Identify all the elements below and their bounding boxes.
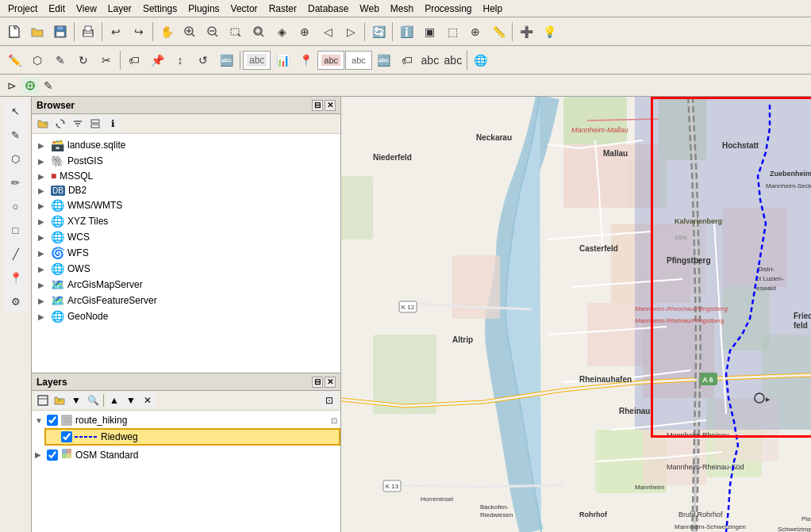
rotate-button[interactable]: ↻ — [72, 49, 94, 71]
menu-raster[interactable]: Raster — [264, 2, 302, 16]
menu-database[interactable]: Database — [303, 2, 353, 16]
browser-refresh-button[interactable] — [52, 116, 68, 132]
attr-tool[interactable]: ⚙ — [5, 290, 27, 312]
layer-osm[interactable]: ▶ OSM Standard — [32, 446, 340, 464]
pin-tool[interactable]: 📍 — [5, 266, 27, 289]
pan-to-selection-button[interactable]: ⊕ — [464, 21, 486, 43]
layer-visible-route[interactable] — [47, 415, 58, 426]
tree-item-db2[interactable]: ▶ DB DB2 — [32, 183, 340, 197]
tree-item-wms[interactable]: ▶ 🌐 WMS/WMTS — [32, 197, 340, 213]
menu-view[interactable]: View — [71, 2, 102, 16]
layers-add-button[interactable]: + — [52, 392, 67, 408]
line-tool[interactable]: ╱ — [5, 243, 27, 265]
layer-visible-osm[interactable] — [47, 450, 58, 461]
browser-new-folder-button[interactable]: + — [35, 116, 51, 132]
tree-item-postgis[interactable]: ▶ 🐘 PostGIS — [32, 153, 340, 169]
refresh-button[interactable]: 🔄 — [367, 21, 390, 43]
undo-button[interactable]: ↩ — [105, 21, 127, 43]
zoom-full-button[interactable] — [248, 21, 270, 43]
layer-route-hiking[interactable]: ▼ route_hiking ⊡ — [32, 412, 340, 428]
save-project-button[interactable] — [49, 21, 71, 43]
node-tool-button[interactable]: ⬡ — [26, 49, 48, 71]
tree-item-arcgismap[interactable]: ▶ 🗺️ ArcGisMapServer — [32, 277, 340, 293]
zoom-out-button[interactable] — [202, 21, 224, 43]
menu-vector[interactable]: Vector — [226, 2, 263, 16]
pointer-tool[interactable]: ↖ — [5, 100, 27, 122]
deselect-button[interactable]: ⬚ — [441, 21, 463, 43]
layer-visible-riedweg[interactable] — [61, 431, 72, 442]
redo-button[interactable]: ↪ — [128, 21, 150, 43]
edit-tool[interactable]: ✎ — [5, 124, 27, 146]
pan-map-button[interactable]: ✋ — [156, 21, 178, 43]
change-label-button[interactable]: 🔤 — [215, 49, 237, 71]
browser-properties-button[interactable]: ℹ — [105, 116, 121, 132]
label-tool-button[interactable]: 🏷 — [123, 49, 145, 71]
abc4-button[interactable]: abc — [419, 49, 441, 71]
browser-collapse-button[interactable] — [87, 116, 103, 132]
node-tool[interactable]: ⬡ — [5, 147, 27, 170]
circle-tool[interactable]: ○ — [5, 195, 27, 217]
browser-close-button[interactable]: ✕ — [325, 100, 336, 111]
label-tool2-button[interactable]: 🏷 — [396, 49, 418, 71]
zoom-layer-button[interactable]: ⊕ — [294, 21, 316, 43]
print-layout-button[interactable] — [77, 21, 99, 43]
pin-button[interactable]: 📌 — [146, 49, 168, 71]
menu-project[interactable]: Project — [3, 2, 42, 16]
menu-layer[interactable]: Layer — [103, 2, 136, 16]
open-project-button[interactable] — [26, 21, 48, 43]
layers-filter2-button[interactable]: 🔍 — [85, 392, 101, 408]
zoom-in-button[interactable] — [179, 21, 201, 43]
layers-remove-button[interactable]: ✕ — [140, 392, 156, 408]
layers-move-up-button[interactable]: ▲ — [106, 392, 122, 408]
new-project-button[interactable] — [3, 21, 25, 43]
menu-help[interactable]: Help — [479, 2, 508, 16]
layers-open-button[interactable] — [35, 392, 51, 408]
map-area[interactable]: A 6 K 12 K 13 — [341, 97, 811, 532]
digitize-button[interactable]: ✏️ — [3, 49, 25, 71]
menu-settings[interactable]: Settings — [138, 2, 182, 16]
select-button[interactable]: ▣ — [418, 21, 440, 43]
zoom-next-button[interactable]: ▷ — [340, 21, 362, 43]
browser-float-button[interactable]: ⊟ — [312, 100, 323, 111]
layers-float-button[interactable]: ⊟ — [312, 377, 323, 388]
split-button[interactable]: ✂ — [95, 49, 117, 71]
menu-edit[interactable]: Edit — [44, 2, 70, 16]
diagram-button[interactable]: 📊 — [271, 49, 294, 71]
menu-web[interactable]: Web — [355, 2, 383, 16]
pin2-button[interactable]: 📍 — [294, 49, 317, 71]
locate-button[interactable] — [21, 77, 39, 94]
tip-button[interactable]: 💡 — [538, 21, 560, 43]
tree-item-geonode[interactable]: ▶ 🌐 GeoNode — [32, 308, 340, 324]
measure-button[interactable]: 📏 — [487, 21, 509, 43]
menu-processing[interactable]: Processing — [420, 2, 476, 16]
globe-button[interactable]: 🌐 — [470, 49, 492, 71]
identify-button[interactable]: ℹ️ — [395, 21, 417, 43]
tree-item-arcgisfeat[interactable]: ▶ 🗺️ ArcGisFeatureServer — [32, 293, 340, 308]
tree-item-wfs[interactable]: ▶ 🌀 WFS — [32, 245, 340, 261]
tree-item-mssql[interactable]: ▶ ■ MSSQL — [32, 169, 340, 183]
browser-filter-button[interactable] — [70, 116, 86, 132]
font-button[interactable]: 🔤 — [373, 49, 395, 71]
move-label-button[interactable]: ↕ — [169, 49, 191, 71]
layers-extent-button[interactable]: ⊡ — [321, 392, 337, 408]
menu-mesh[interactable]: Mesh — [386, 2, 418, 16]
add-layer-button[interactable]: ➕ — [515, 21, 537, 43]
rect-tool[interactable]: □ — [5, 219, 27, 241]
tree-item-xyz[interactable]: ▶ 🌐 XYZ Tiles — [32, 213, 340, 229]
small-tool-2[interactable]: ✎ — [40, 77, 57, 94]
digitize-tool[interactable]: ✏ — [5, 171, 27, 193]
tree-item-landuse[interactable]: ▶ 🗃️ landuse.sqlite — [32, 137, 340, 153]
rotate-label-button[interactable]: ↺ — [192, 49, 214, 71]
tree-item-wcs[interactable]: ▶ 🌐 WCS — [32, 229, 340, 245]
menu-plugins[interactable]: Plugins — [183, 2, 224, 16]
tree-item-ows[interactable]: ▶ 🌐 OWS — [32, 261, 340, 277]
zoom-prev-button[interactable]: ◁ — [317, 21, 339, 43]
zoom-selection-button[interactable]: ◈ — [271, 21, 293, 43]
layers-close-button[interactable]: ✕ — [325, 377, 336, 388]
zoom-box-button[interactable] — [225, 21, 247, 43]
layers-move-down-button[interactable]: ▼ — [123, 392, 139, 408]
edit-button[interactable]: ✎ — [49, 49, 71, 71]
abc5-button[interactable]: abc — [442, 49, 464, 71]
layer-riedweg[interactable]: Riedweg — [44, 428, 340, 446]
small-tool-1[interactable]: ⊳ — [3, 77, 21, 94]
